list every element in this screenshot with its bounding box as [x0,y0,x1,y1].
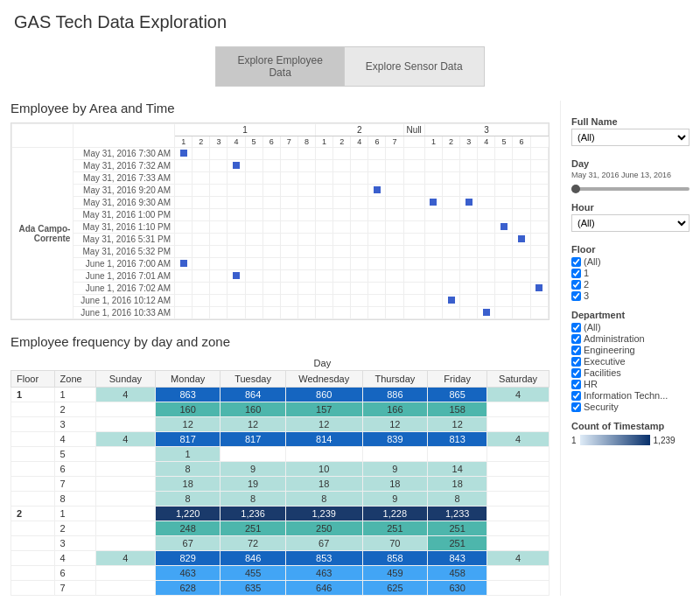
count-max: 1,239 [654,436,676,445]
legend-gradient [580,435,650,445]
day-range: May 31, 2016 June 13, 2016 [571,171,690,179]
dept-checkbox-1[interactable]: Administration [571,333,690,344]
tab-employee[interactable]: Explore EmployeeData [215,46,343,87]
dept-checkbox-4[interactable]: Facilities [571,367,690,378]
page-title: GAS Tech Data Exploration [0,0,700,39]
department-label: Department [571,310,690,320]
dept-checkbox-7[interactable]: Security [571,402,690,412]
dept-checkbox-6[interactable]: Information Techn... [571,390,690,401]
sidebar: Full Name (All) Day May 31, 2016 June 13… [560,101,700,596]
day-slider[interactable] [571,187,690,191]
frequency-title: Employee frequency by day and zone [10,334,550,349]
floor-checkbox-0[interactable]: (All) [571,256,690,267]
day-label: Day [571,158,690,169]
full-name-select[interactable]: (All) [571,129,690,146]
tab-bar: Explore EmployeeData Explore Sensor Data [0,46,700,87]
scatter-section: Employee by Area and Time 1 2 Null 3 [10,101,550,320]
count-legend: 1 1,239 [571,435,690,445]
count-label: Count of Timestamp [571,421,690,431]
scatter-title: Employee by Area and Time [10,101,550,115]
floor-checkbox-2[interactable]: 2 [571,279,690,290]
frequency-section: Employee frequency by day and zone Day F… [10,334,550,596]
floor-checkbox-3[interactable]: 3 [571,290,690,301]
dept-checkbox-0[interactable]: (All) [571,322,690,332]
hour-label: Hour [571,202,690,213]
dept-checkbox-3[interactable]: Executive [571,356,690,367]
dept-checkbox-2[interactable]: Engineering [571,345,690,355]
dept-checkbox-5[interactable]: HR [571,379,690,389]
tab-sensor[interactable]: Explore Sensor Data [344,46,485,87]
hour-select[interactable]: (All) [571,214,690,232]
count-min: 1 [571,436,577,445]
full-name-label: Full Name [571,116,690,127]
floor-label: Floor [571,244,690,255]
floor-checkbox-1[interactable]: 1 [571,268,690,278]
